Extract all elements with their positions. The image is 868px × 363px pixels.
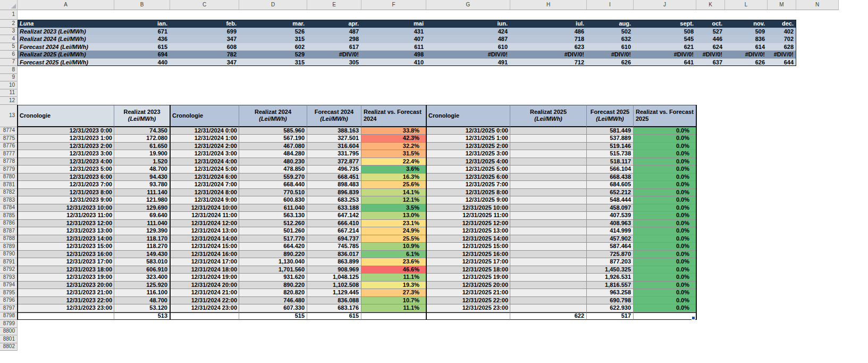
cell-K4[interactable]: 446 [696,35,725,43]
cell-B8776[interactable]: 61.650 [114,143,170,151]
cell-D8786[interactable]: 512.260 [239,220,307,228]
cell-E8783[interactable]: 683.253 [307,196,361,204]
cell-I8798[interactable]: 517 [587,312,634,320]
cell-H4[interactable]: 718 [510,35,587,43]
row-header-8776[interactable]: 8776 [0,143,18,151]
cell-E4[interactable]: 298 [307,35,361,43]
column-header-K[interactable]: K [696,0,725,10]
cell-A8797[interactable]: 12/31/2023 23:00 [18,304,114,312]
cell-G8790[interactable]: 12/31/2025 16:00 [426,251,510,259]
cell-L3[interactable]: 509 [725,28,768,36]
cell-A7[interactable]: Forecast 2025 (Lei/MWh) [18,59,114,67]
cell-C8782[interactable]: 12/31/2024 8:00 [170,189,239,197]
cell-M2[interactable]: dec. [768,20,796,28]
cell-B8797[interactable]: 53.120 [114,304,170,312]
cell-D8796[interactable]: 746.480 [239,297,307,305]
row-header-8783[interactable]: 8783 [0,196,18,204]
cell-J8775[interactable]: 0.0% [634,135,696,143]
cell-J7[interactable]: 641 [634,59,696,67]
cell-G8781[interactable]: 12/31/2025 7:00 [426,181,510,189]
cell-J8794[interactable]: 0.0% [634,282,696,290]
row-header-8778[interactable]: 8778 [0,158,18,166]
cell-G8778[interactable]: 12/31/2025 4:00 [426,158,510,166]
cell-J3[interactable]: 508 [634,28,696,36]
cell-B4[interactable]: 436 [114,35,170,43]
cell-I2[interactable]: aug. [587,20,634,28]
cell-D8795[interactable]: 820.820 [239,289,307,297]
cell-C8774[interactable]: 12/31/2024 0:00 [170,127,239,135]
cell-H8780[interactable] [510,174,587,182]
cell-E8794[interactable]: 1,102.508 [307,282,361,290]
column-header-H[interactable]: H [510,0,587,10]
cell-J8796[interactable]: 0.0% [634,297,696,305]
cell-G8779[interactable]: 12/31/2025 5:00 [426,166,510,174]
cell-F6[interactable]: 498 [361,51,426,59]
row-header-8791[interactable]: 8791 [0,258,18,266]
cell-G8796[interactable]: 12/31/2025 22:00 [426,297,510,305]
cell-H8775[interactable] [510,135,587,143]
fill-handle[interactable] [692,316,695,320]
cell-H3[interactable]: 486 [510,28,587,36]
row-header-8797[interactable]: 8797 [0,304,18,312]
cell-E8791[interactable]: 863.899 [307,258,361,266]
cell-I3[interactable]: 502 [587,28,634,36]
cell-J8786[interactable]: 0.0% [634,220,696,228]
cell-C4[interactable]: 347 [170,35,239,43]
cell-L2[interactable]: nov. [725,20,768,28]
cell-J8776[interactable]: 0.0% [634,143,696,151]
cell-H2[interactable]: iul. [510,20,587,28]
cell-H6[interactable]: #DIV/0! [510,51,587,59]
cell-D8778[interactable]: 480.230 [239,158,307,166]
cell-F8776[interactable]: 32.2% [361,143,426,151]
cell-D8780[interactable]: 559.270 [239,174,307,182]
cell-D8797[interactable]: 607.330 [239,304,307,312]
column-header-J[interactable]: J [634,0,696,10]
cell-L5[interactable]: 614 [725,43,768,51]
cell-D3[interactable]: 526 [239,28,307,36]
cell-B8796[interactable]: 48.700 [114,297,170,305]
cell-I8775[interactable]: 537.889 [587,135,634,143]
cell-M6[interactable]: #DIV/0! [768,51,796,59]
cell-F8797[interactable]: 11.1% [361,304,426,312]
cell-D8774[interactable]: 585.960 [239,127,307,135]
cell-G8786[interactable]: 12/31/2025 12:00 [426,220,510,228]
cell-F8775[interactable]: 42.3% [361,135,426,143]
cell-A8785[interactable]: 12/31/2023 11:00 [18,212,114,220]
cell-E8798[interactable]: 615 [307,312,361,320]
cell-F8778[interactable]: 22.4% [361,158,426,166]
cell-K6[interactable]: #DIV/0! [696,51,725,59]
cell-F3[interactable]: 431 [361,28,426,36]
cell-B8784[interactable]: 129.690 [114,204,170,212]
cell-E8774[interactable]: 388.163 [307,127,361,135]
row-header-8802[interactable]: 8802 [0,343,18,351]
cell-H8796[interactable] [510,297,587,305]
cell-I8793[interactable]: 1,926.531 [587,274,634,282]
cell-C7[interactable]: 347 [170,59,239,67]
cell-I8774[interactable]: 581.449 [587,127,634,135]
cell-K7[interactable]: 637 [696,59,725,67]
cell-G8774[interactable]: 12/31/2025 0:00 [426,127,510,135]
column-header-B[interactable]: B [114,0,170,10]
cell-B8777[interactable]: 19.900 [114,150,170,158]
cell-I13[interactable]: Forecast 2025(Lei/MWh) [587,105,634,127]
cell-E8777[interactable]: 331.795 [307,150,361,158]
cell-G8791[interactable]: 12/31/2025 17:00 [426,258,510,266]
cell-A8776[interactable]: 12/31/2023 2:00 [18,143,114,151]
cell-H8792[interactable] [510,266,587,274]
cell-E8790[interactable]: 836.017 [307,251,361,259]
cell-B8786[interactable]: 111.040 [114,220,170,228]
cell-I8789[interactable]: 587.464 [587,243,634,251]
cell-J4[interactable]: 545 [634,35,696,43]
cell-D5[interactable]: 602 [239,43,307,51]
cell-F8779[interactable]: 3.6% [361,166,426,174]
cell-K3[interactable]: 527 [696,28,725,36]
cell-E8796[interactable]: 836.088 [307,297,361,305]
row-header-2[interactable]: 2 [0,20,18,28]
cell-H8778[interactable] [510,158,587,166]
cell-I8790[interactable]: 725.870 [587,251,634,259]
cell-A8792[interactable]: 12/31/2023 18:00 [18,266,114,274]
cell-H5[interactable]: 623 [510,43,587,51]
cell-J8792[interactable]: 0.0% [634,266,696,274]
cell-B8789[interactable]: 118.270 [114,243,170,251]
cell-E8785[interactable]: 647.142 [307,212,361,220]
